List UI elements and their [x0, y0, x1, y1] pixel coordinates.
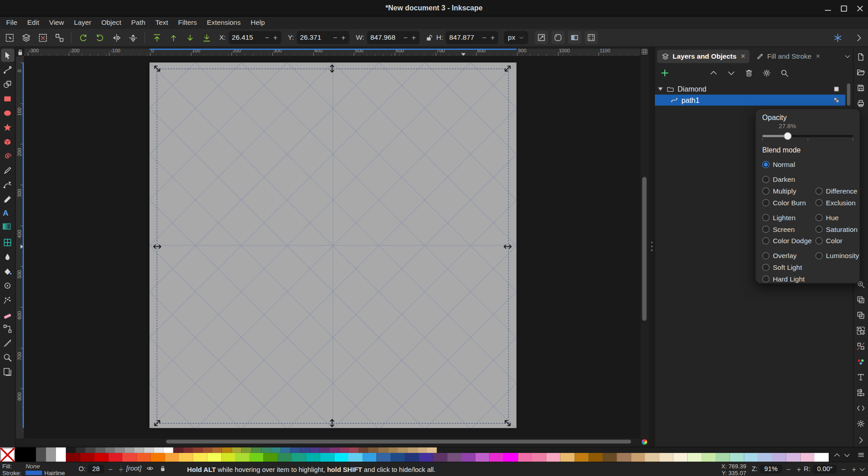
ellipse-tool[interactable] [1, 106, 14, 119]
scale-corners-icon[interactable] [551, 31, 564, 44]
palette-swatch[interactable] [772, 453, 786, 462]
raise-to-top-icon[interactable] [150, 32, 163, 44]
palette-swatch[interactable] [193, 453, 207, 462]
zoom-field[interactable]: 91% [760, 465, 782, 474]
palette-swatch[interactable] [405, 453, 419, 462]
palette-swatch[interactable] [183, 448, 193, 453]
palette-swatch[interactable] [300, 448, 310, 453]
current-layer-indicator[interactable]: [root] [126, 465, 141, 472]
chevron-right-icon[interactable] [853, 32, 865, 44]
palette-swatch[interactable] [105, 448, 115, 453]
y-value[interactable]: 26.371 [300, 34, 331, 42]
palette-swatch[interactable] [339, 448, 349, 453]
move-gradients-icon[interactable] [568, 31, 581, 44]
eraser-tool[interactable] [1, 308, 14, 321]
vertical-scrollbar-thumb[interactable] [642, 177, 647, 321]
palette-swatch[interactable] [673, 453, 687, 462]
text-dialog-icon[interactable] [856, 373, 865, 382]
canvas[interactable] [24, 56, 640, 439]
palette-swatch[interactable] [75, 448, 85, 453]
horizontal-ruler[interactable]: -300-200-1000100200300400500600700800900… [24, 49, 640, 56]
palette-swatch[interactable] [320, 453, 334, 462]
palette-swatch[interactable] [151, 453, 165, 462]
selector-tool[interactable] [1, 49, 14, 62]
palette-swatch[interactable] [645, 453, 659, 462]
blend-mode-label-saturation[interactable]: Saturation [826, 225, 858, 233]
menu-filters[interactable]: Filters [173, 17, 202, 29]
opacity-field[interactable]: 28 [88, 465, 104, 474]
palette-swatch[interactable] [462, 453, 476, 462]
swatches-dialog-icon[interactable] [856, 357, 865, 366]
color-wheel-icon[interactable] [642, 439, 647, 444]
horizontal-scrollbar-thumb[interactable] [166, 439, 631, 444]
blend-mode-radio-saturation[interactable] [816, 226, 823, 233]
dropper-tool[interactable] [1, 250, 14, 263]
width-spinbox[interactable]: 847.968 − + [367, 31, 420, 44]
palette-swatch[interactable] [165, 453, 179, 462]
y-spinbox[interactable]: 26.371 − + [297, 31, 349, 44]
palette-swatch[interactable] [701, 453, 715, 462]
palette-swatch[interactable] [56, 448, 66, 462]
palette-swatch[interactable] [235, 453, 249, 462]
text-tool[interactable]: A [1, 207, 14, 220]
palette-swatch[interactable] [546, 453, 560, 462]
palette-swatch[interactable] [46, 448, 56, 462]
star-tool[interactable] [1, 120, 14, 134]
menu-file[interactable]: File [1, 17, 22, 29]
paint-bucket-tool[interactable] [1, 264, 14, 277]
zoom-tool[interactable] [1, 351, 14, 364]
x-spinbox[interactable]: 26.415 − + [229, 31, 281, 44]
palette-swatch[interactable] [427, 448, 437, 453]
close-tab-icon[interactable]: × [741, 52, 745, 60]
layer-visibility-eye-icon[interactable] [146, 465, 154, 472]
select-all-icon[interactable] [3, 32, 15, 44]
node-editor-tool[interactable] [1, 63, 14, 76]
palette-swatch[interactable] [261, 448, 271, 453]
height-decrease-button[interactable]: − [480, 33, 488, 42]
rotation-field[interactable]: 0.00° [812, 465, 837, 474]
palette-swatch[interactable] [163, 448, 173, 453]
palette-swatch[interactable] [560, 453, 574, 462]
connector-tool[interactable] [1, 322, 14, 335]
add-layer-icon[interactable] [660, 69, 669, 78]
spiral-tool[interactable] [1, 149, 14, 162]
palette-swatch[interactable] [320, 448, 330, 453]
palette-swatch[interactable] [744, 453, 758, 462]
zoom-out-button[interactable]: − [784, 465, 793, 473]
height-value[interactable]: 847.877 [449, 34, 481, 42]
blend-mode-label-color-dodge[interactable]: Color Dodge [773, 237, 812, 245]
menu-help[interactable]: Help [246, 17, 270, 29]
rotate-cw-icon[interactable] [93, 32, 106, 44]
blend-mode-label-hard-light[interactable]: Hard Light [773, 275, 805, 283]
palette-swatch[interactable] [476, 453, 490, 462]
palette-swatch[interactable] [115, 448, 125, 453]
rotation-decrease-button[interactable]: − [839, 465, 847, 473]
blend-mode-radio-hue[interactable] [816, 214, 823, 221]
selection-mode-icon[interactable] [53, 32, 65, 44]
palette-swatch[interactable] [249, 453, 263, 462]
rotation-increase-button[interactable]: + [850, 465, 858, 473]
tab-layers-and-objects[interactable]: Layers and Objects × [657, 50, 750, 63]
opacity-decrease-button[interactable]: − [106, 465, 114, 473]
scale-stroke-icon[interactable] [535, 31, 548, 44]
palette-swatch[interactable] [80, 453, 94, 462]
palette-swatch[interactable] [349, 448, 359, 453]
layer-row-diamond[interactable]: Diamond [655, 83, 845, 95]
delete-layer-icon[interactable] [745, 69, 754, 78]
zoom-in-button[interactable]: + [795, 465, 803, 473]
palette-swatch[interactable] [504, 453, 518, 462]
palette-swatch[interactable] [334, 453, 348, 462]
lower-layer-icon[interactable] [727, 69, 736, 78]
menu-view[interactable]: View [44, 17, 69, 29]
object-name[interactable]: path1 [681, 96, 700, 104]
box-3d-tool[interactable] [1, 135, 14, 148]
snap-icon[interactable] [831, 32, 844, 44]
palette-swatch[interactable] [66, 453, 80, 462]
x-decrease-button[interactable]: − [263, 33, 271, 42]
palette-swatch[interactable] [271, 448, 281, 453]
palette-swatch[interactable] [242, 448, 252, 453]
lower-to-bottom-icon[interactable] [201, 32, 213, 44]
palette-swatch[interactable] [490, 453, 504, 462]
palette-swatch[interactable] [363, 453, 377, 462]
palette-swatch[interactable] [66, 448, 76, 453]
